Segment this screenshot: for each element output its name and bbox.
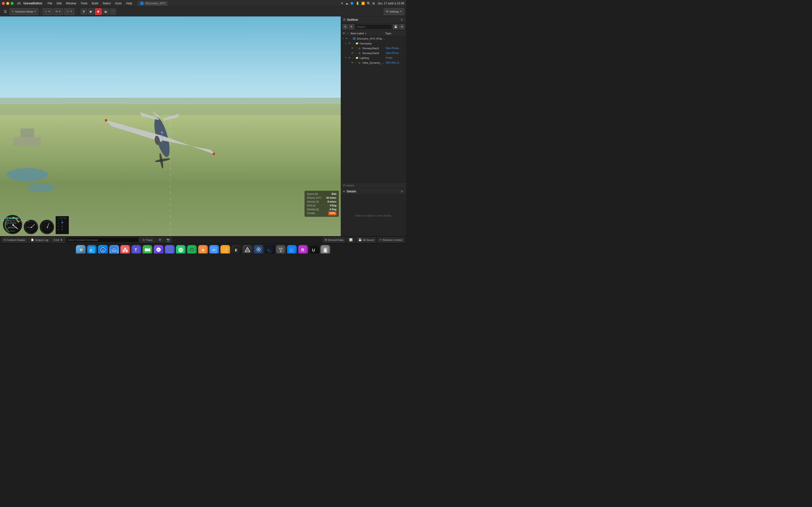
metrics-button[interactable]: 📊 [347,237,355,243]
tree-item-lighting[interactable]: ▼ 👁 ☆ 📁 Lighting Folder [341,56,406,60]
dock-icon-whatsapp[interactable]: W [176,245,186,254]
svg-point-98 [281,248,283,249]
control-center-icon[interactable]: ⊞ [372,2,375,5]
camera-button[interactable]: 🎥 ▼ [64,8,74,15]
minimize-button[interactable] [6,2,9,5]
tree-item-runwaystart2[interactable]: 👁 ☆ ◎ RunwayStart2 Open Runw... [341,51,406,56]
label-col-header[interactable]: Item Label ▲ [351,32,385,35]
more-options-button[interactable]: ⋯ [109,8,116,15]
dock-icon-reeder[interactable]: ★ [198,245,208,254]
outliner-tree[interactable]: ▼ 👁 ☆ 🌐 Discovery_NYC (Play In Editor) ▼… [341,36,406,182]
dock-icon-unity[interactable] [243,245,252,254]
visibility-icon[interactable]: 👁 [351,61,355,64]
tree-label: Lighting [360,56,386,59]
viewport[interactable]: 140 160 180 200 40 60 AIRSPEED KNOTS [0,16,341,236]
dock-icon-mail[interactable] [109,245,119,254]
menu-tools[interactable]: Tools [81,2,88,5]
play-button[interactable]: ▶ [88,8,95,15]
menu-help[interactable]: Help [126,2,132,5]
star-icon[interactable]: ☆ [355,61,358,64]
expand-icon[interactable]: ▼ [345,42,348,44]
svg-text:E: E [235,248,237,252]
dock-icon-edge[interactable]: e [87,245,97,254]
dock-icon-xcode[interactable]: ⬡ [287,245,297,254]
tree-action-open[interactable]: Open Runw... [386,47,405,50]
outliner-expand-button[interactable]: ▼ [349,24,354,30]
derived-data-button[interactable]: ⊞ Derived Data [323,237,346,243]
details-close-button[interactable]: ✕ [400,189,404,193]
visibility-icon[interactable]: 👁 [348,56,352,59]
dock-icon-fork[interactable] [276,245,286,254]
star-icon[interactable]: ☆ [349,37,353,40]
menu-actor[interactable]: Actor [115,2,122,5]
tree-item-gameplay[interactable]: ▼ 👁 ☆ 📁 Gameplay [341,41,406,46]
dock-icon-spotify[interactable]: ♫ [187,245,197,254]
eject-button[interactable]: ⏏ [102,8,109,15]
dock-icon-asana[interactable] [120,245,130,254]
expand-icon[interactable]: ▼ [342,38,345,40]
outliner-settings-button[interactable]: ⚙ [399,24,405,30]
revision-control-button[interactable]: ↩ Revision Control [377,237,405,243]
selection-mode-button[interactable]: ↖ Selection Mode ▼ [10,8,39,15]
dock-icon-messenger[interactable]: m [154,245,163,254]
dock-icon-rider[interactable]: R [298,245,308,254]
menu-window[interactable]: Window [66,2,77,5]
pause-button[interactable]: ⏸ [81,8,87,15]
dock-icon-trash[interactable] [320,245,330,254]
visibility-icon[interactable]: 👁 [351,47,355,50]
stop-button[interactable]: ■ [95,8,102,15]
menu-select[interactable]: Select [102,2,110,5]
traffic-lights[interactable] [2,2,13,5]
close-button[interactable] [2,2,5,5]
console-command-input[interactable] [66,237,139,243]
visibility-icon[interactable]: 👁 [345,37,349,40]
dock-icon-epic-games[interactable]: E [232,245,241,254]
tree-item-runwaystart1[interactable]: 👁 ☆ ◎ RunwayStart1 Open Runw... [341,46,406,51]
star-icon[interactable]: ☆ [352,42,355,45]
outliner-search-input[interactable] [355,24,392,30]
maximize-button[interactable] [11,2,13,5]
dock-icon-mango[interactable]: 🍴 [220,245,230,254]
dock-icon-teams[interactable]: T [132,245,141,254]
add-object-button[interactable]: ＋ ▼ [43,8,52,15]
content-drawer-button[interactable]: ⊡ Content Drawer [1,237,28,243]
star-icon[interactable]: ☆ [352,56,355,59]
tree-action-edit[interactable]: Edit Ultra_D... [386,61,405,64]
transform-button[interactable]: ⇔ ▼ [53,8,63,15]
star-icon[interactable]: ☆ [355,52,358,54]
dock-icon-steam[interactable] [254,245,263,254]
hamburger-menu-button[interactable]: ☰ [2,8,9,15]
trace-more-button[interactable]: 📷 [164,237,172,243]
tree-item-discovery-nyc[interactable]: ▼ 👁 ☆ 🌐 Discovery_NYC (Play In Editor) [341,36,406,41]
chevron-down-icon-2: ▼ [48,10,50,12]
dock-icon-iterm[interactable]: >_ [265,245,274,254]
dock-icon-drawboard[interactable]: ✏ [209,245,219,254]
menu-file[interactable]: File [48,2,52,5]
expand-icon[interactable]: ▼ [345,57,348,59]
dock-icon-unreal[interactable]: U [309,245,319,254]
outliner-filter-button[interactable]: ☰ [343,24,348,30]
settings-button[interactable]: ⚙ Settings ▼ [384,8,404,15]
search-icon[interactable]: 🔍 [367,2,370,5]
tree-action-open[interactable]: Open Runw... [386,52,405,54]
app-name: UnrealEditor [23,1,42,5]
tree-item-ultra-dynamic-sky[interactable]: 👁 ☆ ◎ Ultra_Dynamic_Sky Edit Ultra_D... [341,60,406,65]
cmd-dropdown-button[interactable]: Cmd ▼ [51,237,65,243]
dock-icon-finder[interactable] [76,245,86,254]
project-name: 🔵 Discovery_NYC [138,1,168,6]
svg-marker-15 [163,114,179,121]
dock-icon-discord[interactable]: 🎮 [165,245,174,254]
trace-button[interactable]: ◎ Trace [140,237,156,243]
visibility-icon[interactable]: 👁 [351,52,355,54]
outliner-close-button[interactable]: ✕ [400,18,404,22]
star-icon[interactable]: ☆ [355,47,358,50]
output-log-button[interactable]: 📋 Output Log [29,237,50,243]
menu-build[interactable]: Build [92,2,98,5]
all-saved-button[interactable]: 💾 All Saved [356,237,376,243]
visibility-icon[interactable]: 👁 [348,42,352,45]
outliner-save-button[interactable]: 💾 [393,24,398,30]
trace-options-button[interactable]: ⚙ [157,237,163,243]
menu-edit[interactable]: Edit [57,2,62,5]
dock-icon-safari[interactable] [98,245,108,254]
dock-icon-facetime[interactable] [143,245,152,254]
